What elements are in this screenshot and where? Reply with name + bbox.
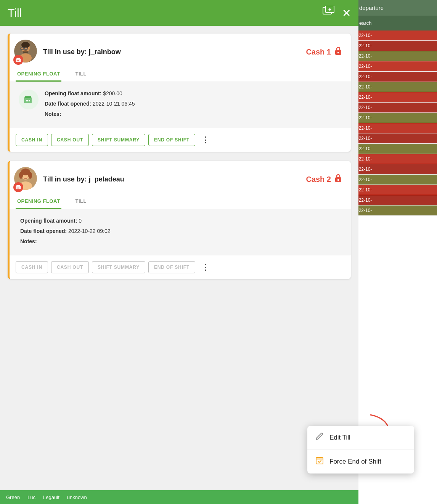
bg-row: 022-10- [353,154,437,164]
svg-rect-23 [16,185,20,186]
notes-line-cash2: Notes: [20,238,342,246]
till-user-cash1: Till in use by: j_rainbow [43,48,121,56]
more-options-button-cash1[interactable]: ⋮ [198,133,213,146]
cash-label-cash2: Cash 2 [306,173,343,185]
header: Till ✕ [0,0,358,26]
bg-row: 022-10- [353,195,437,205]
svg-point-31 [28,172,32,179]
till-user-cash2: Till in use by: j_peladeau [43,175,124,183]
bg-header-departure: departure [353,0,437,16]
tab-opening-float-cash1[interactable]: OPENING FLOAT [16,67,61,82]
svg-rect-19 [25,96,31,98]
avatar-wrap-cash1 [14,40,39,64]
bg-row: 022-10- [353,51,437,61]
tab-content-cash2: Opening float amount: 0 Date float opene… [10,209,351,255]
bg-row: 022-10- [353,92,437,103]
svg-rect-6 [17,60,18,61]
tab-till-cash2[interactable]: TILL [74,194,88,209]
float-icon-cash1 [19,90,39,109]
bg-row: 022-10- [353,205,437,216]
svg-point-11 [21,42,30,48]
dropdown-menu: Edit Till Force End of Shift [307,426,414,474]
svg-rect-20 [26,100,28,101]
end-of-shift-button-cash1[interactable]: END OF SHIFT [148,134,195,146]
cash-out-button-cash1[interactable]: CASH OUT [51,134,89,146]
header-actions: ✕ [322,6,351,21]
bg-row: 022-10- [353,133,437,144]
action-buttons-cash2: CASH IN CASH OUT SHIFT SUMMARY END OF SH… [10,255,351,279]
bg-row: 022-10- [353,123,437,133]
info-lines-cash1: Opening float amount: $200.00 Date float… [45,90,342,120]
cash-label-cash1: Cash 1 [306,46,343,58]
till-content: Till in use by: j_rainbow Cash 1 OPENING [0,26,358,504]
bg-row: 022-10- [353,175,437,185]
bg-row: 022-10- [353,144,437,154]
bg-row: 022-10- [353,164,437,175]
tab-opening-float-cash2[interactable]: OPENING FLOAT [16,194,61,209]
till-panel: Till ✕ [0,0,358,504]
status-color: Green [6,494,20,500]
till-card-left-cash1: Till in use by: j_rainbow [14,40,121,64]
till-card-cash1: Till in use by: j_rainbow Cash 1 OPENING [8,34,351,152]
svg-rect-21 [29,100,30,101]
bg-row: 022-10- [353,72,437,82]
bg-row: 022-10- [353,41,437,51]
calendar-check-icon [315,456,324,467]
till-card-cash2: Till in use by: j_peladeau Cash 2 OPENIN [8,161,351,279]
avatar-wrap-cash2 [14,167,39,191]
svg-rect-36 [316,457,323,460]
edit-icon [315,432,324,443]
till-card-header-cash2: Till in use by: j_peladeau Cash 2 [10,161,351,194]
force-end-shift-item[interactable]: Force End of Shift [307,450,414,474]
shift-summary-button-cash1[interactable]: SHIFT SUMMARY [92,134,145,146]
register-icon-badge-cash2 [13,182,23,192]
shift-summary-button-cash2[interactable]: SHIFT SUMMARY [92,261,145,273]
cash-out-button-cash2[interactable]: CASH OUT [51,261,89,273]
info-lines-cash2: Opening float amount: 0 Date float opene… [19,217,342,246]
bg-row: 022-10- [353,185,437,195]
status-name2: Legault [43,494,59,500]
add-till-button[interactable] [322,6,334,21]
register-icon-badge [13,55,23,65]
notes-line-cash1: Notes: [45,110,342,118]
lock-icon-cash2 [333,173,343,185]
bottom-status-bar: Green Luc Legault unknown [0,490,358,504]
bg-row: 022-10- [353,103,437,113]
opening-float-amount-line: Opening float amount: $200.00 [45,90,342,98]
svg-rect-24 [17,188,18,188]
cash-in-button-cash1[interactable]: CASH IN [16,134,48,146]
action-buttons-cash1: CASH IN CASH OUT SHIFT SUMMARY END OF SH… [10,128,351,152]
tabs-cash2: OPENING FLOAT TILL [10,194,351,209]
end-of-shift-button-cash2[interactable]: END OF SHIFT [148,261,195,273]
svg-point-30 [19,172,23,179]
status-name1: Luc [27,494,35,500]
tab-content-cash1: Opening float amount: $200.00 Date float… [10,82,351,128]
bg-row: 022-10- [353,113,437,123]
svg-point-15 [23,50,28,53]
app-title: Till [8,6,22,19]
svg-rect-17 [337,52,339,53]
svg-rect-5 [16,58,20,59]
edit-till-item[interactable]: Edit Till [307,426,414,450]
bg-row: 022-10- [353,82,437,92]
tab-till-cash1[interactable]: TILL [74,67,88,82]
more-options-button-cash2[interactable]: ⋮ [198,261,213,274]
bg-row: 022-10- [353,30,437,41]
edit-till-label: Edit Till [329,434,350,441]
opening-float-amount-line-cash2: Opening float amount: 0 [20,217,342,225]
opening-float-info-cash1: Opening float amount: $200.00 Date float… [19,90,342,120]
date-float-opened-line-cash2: Date float opened: 2022-10-22 09:02 [20,227,342,235]
bg-header-search: earch [353,16,437,30]
tabs-cash1: OPENING FLOAT TILL [10,67,351,82]
lock-icon-cash1 [333,46,343,58]
svg-rect-25 [18,188,19,188]
date-float-opened-line: Date float opened: 2022-10-21 06:45 [45,100,342,108]
bg-row: 022-10- [353,61,437,72]
svg-rect-33 [337,179,339,181]
force-end-shift-label: Force End of Shift [329,458,381,465]
till-card-left-cash2: Till in use by: j_peladeau [14,167,124,191]
svg-rect-7 [18,60,19,61]
cash-in-button-cash2[interactable]: CASH IN [16,261,48,273]
close-button[interactable]: ✕ [342,7,351,19]
status-unknown: unknown [67,494,87,500]
